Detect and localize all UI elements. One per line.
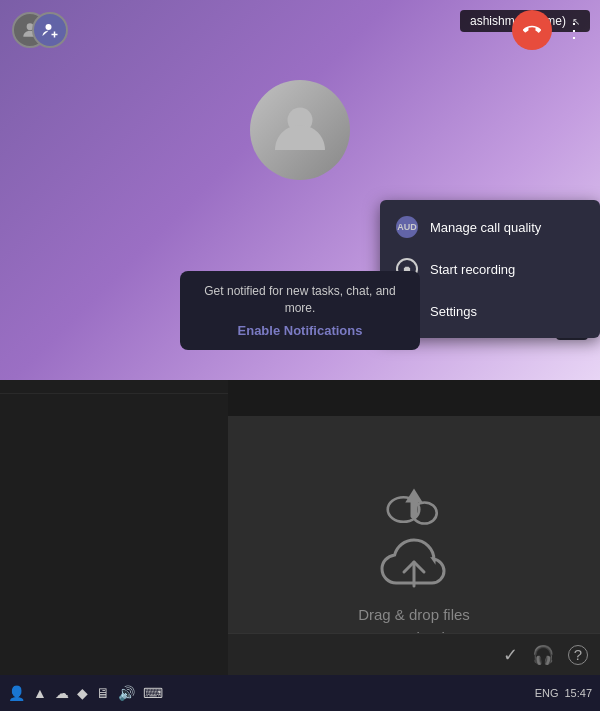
settings-label: Settings xyxy=(430,304,477,319)
taskbar-dropbox-icon[interactable]: ◆ xyxy=(77,685,88,701)
checkmark-icon[interactable]: ✓ xyxy=(503,644,518,666)
taskbar-person-icon[interactable]: 👤 xyxy=(8,685,25,701)
taskbar-arrow-icon[interactable]: ▲ xyxy=(33,685,47,701)
enable-notifications-link[interactable]: Enable Notifications xyxy=(196,323,404,338)
add-participant-button[interactable] xyxy=(32,12,68,48)
taskbar-volume-icon[interactable]: 🔊 xyxy=(118,685,135,701)
call-topbar: ⋮ xyxy=(0,0,600,60)
notification-tooltip: Get notified for new tasks, chat, and mo… xyxy=(180,271,420,350)
call-container: ⋮ ashishmohta (me) ↖ AUD Manage call qua… xyxy=(0,0,600,380)
taskbar-keyboard-icon[interactable]: ⌨ xyxy=(143,685,163,701)
upload-cloud-icon xyxy=(379,478,449,534)
taskbar-display-icon[interactable]: 🖥 xyxy=(96,685,110,701)
headphone-icon[interactable]: 🎧 xyxy=(532,644,554,666)
bottom-toolbar: ✓ 🎧 ? xyxy=(228,633,600,675)
upload-icon xyxy=(380,534,448,594)
taskbar-time: 15:47 xyxy=(564,687,592,699)
taskbar-right: ENG 15:47 xyxy=(535,687,592,699)
manage-call-quality-item[interactable]: AUD Manage call quality xyxy=(380,206,600,248)
taskbar-left: 👤 ▲ ☁ ◆ 🖥 🔊 ⌨ xyxy=(8,685,535,701)
manage-call-quality-label: Manage call quality xyxy=(430,220,541,235)
upload-area: Drag & drop filesto upload ✓ 🎧 ? xyxy=(228,416,600,711)
taskbar-language: ENG xyxy=(535,687,559,699)
call-more-options-button[interactable]: ⋮ xyxy=(560,14,588,46)
notification-text: Get notified for new tasks, chat, and mo… xyxy=(196,283,404,317)
start-recording-label: Start recording xyxy=(430,262,515,277)
end-call-button[interactable] xyxy=(512,10,552,50)
call-avatar xyxy=(250,80,350,180)
svg-marker-8 xyxy=(405,489,423,503)
taskbar-cloud-icon[interactable]: ☁ xyxy=(55,685,69,701)
taskbar: 👤 ▲ ☁ ◆ 🖥 🔊 ⌨ ENG 15:47 xyxy=(0,675,600,711)
svg-point-1 xyxy=(46,24,52,30)
call-participants xyxy=(12,12,512,48)
audio-icon: AUD xyxy=(396,216,418,238)
help-icon[interactable]: ? xyxy=(568,645,588,665)
